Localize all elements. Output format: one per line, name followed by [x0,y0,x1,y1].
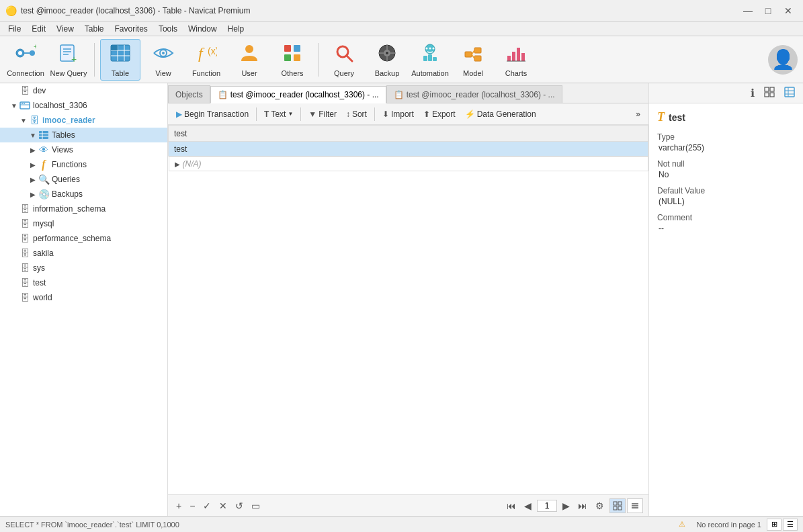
sidebar-item-tables[interactable]: ▼ Tables [0,128,167,142]
filter-button[interactable]: ▼ Filter [304,107,341,121]
sidebar-item-dev[interactable]: 🗄 dev [0,83,167,98]
svg-rect-68 [765,93,769,97]
first-page-button[interactable]: ⏮ [504,499,519,513]
menu-view[interactable]: View [51,23,79,35]
begin-transaction-button[interactable]: ▶ Begin Transaction [172,107,253,121]
sidebar-item-imooc[interactable]: ▼ 🗄 imooc_reader [0,113,167,128]
row-arrow-icon: ▶ [175,161,180,168]
import-label: Import [391,109,414,119]
text-button[interactable]: T Text ▼ [260,107,297,121]
sidebar-item-info-schema[interactable]: 🗄 information_schema [0,202,167,216]
tool-user[interactable]: User [229,39,269,81]
sidebar-item-test[interactable]: 🗄 test [0,275,167,290]
svg-rect-38 [423,56,427,61]
export-button[interactable]: ⬆ Export [419,107,460,121]
sakila-label: sakila [33,249,54,258]
last-page-button[interactable]: ⏭ [575,499,590,513]
sidebar-item-sys[interactable]: 🗄 sys [0,261,167,275]
sidebar-item-functions[interactable]: ▶ f Functions [0,157,167,172]
tab-table-1[interactable]: 📋 test @imooc_reader (localhost_3306) - … [210,86,386,103]
connection-icon: + [15,42,36,67]
tool-automation[interactable]: Automation [410,39,450,81]
table-row-new[interactable]: ▶ (N/A) [169,157,648,172]
svg-rect-60 [618,502,622,505]
table-icon [110,42,131,67]
table-cell-test[interactable]: test [169,142,648,157]
mysql-icon: 🗄 [19,218,31,229]
page-number-input[interactable] [537,500,557,512]
menu-file[interactable]: File [3,23,26,35]
prev-page-button[interactable]: ◀ [521,499,534,513]
page-settings-button[interactable]: ⚙ [593,499,607,513]
sidebar-item-sakila[interactable]: 🗄 sakila [0,246,167,261]
tool-query[interactable]: Query [324,39,364,81]
svg-rect-23 [284,54,291,61]
tool-connection[interactable]: + Connection [5,39,46,81]
import-button[interactable]: ⬇ Import [378,107,418,121]
status-view-btn-2[interactable]: ☰ [783,519,798,531]
sidebar-item-localhost[interactable]: ▼ localhost_3306 [0,98,167,113]
table-header-test[interactable]: test [169,126,648,142]
svg-rect-62 [618,506,622,510]
prop-type-label: Type [657,132,795,142]
sort-button[interactable]: ↕ Sort [342,107,371,121]
status-view-btn-1[interactable]: ⊞ [767,519,781,531]
panel-info-button[interactable]: ℹ [748,85,757,101]
table-nav: + − ✓ ✕ ↺ ▭ ⏮ ◀ ▶ ⏭ ⚙ [168,494,648,516]
maximize-button[interactable]: □ [759,4,777,17]
close-button[interactable]: ✕ [779,4,798,17]
sidebar-item-perf-schema[interactable]: 🗄 performance_schema [0,231,167,246]
sidebar-item-world[interactable]: 🗄 world [0,290,167,305]
form-view-button[interactable] [627,498,643,513]
delete-row-button[interactable]: − [187,499,198,513]
menu-edit[interactable]: Edit [26,23,51,35]
menu-help[interactable]: Help [222,23,250,35]
user-avatar[interactable]: 👤 [768,45,798,75]
status-bar: SELECT * FROM `imooc_reader`.`test` LIMI… [0,516,803,532]
discard-button[interactable]: ✕ [216,499,230,513]
svg-rect-67 [770,87,774,91]
table-row[interactable]: test [169,142,648,157]
more-button[interactable]: » [632,108,644,120]
menu-window[interactable]: Window [183,23,222,35]
warning-icon: ⚠ [679,520,685,529]
tool-backup[interactable]: Backup [367,39,407,81]
prop-notnull-value: No [659,170,795,179]
tab1-icon: 📋 [218,90,228,99]
tool-charts[interactable]: Charts [496,39,536,81]
minimize-button[interactable]: — [738,4,757,17]
panel-table-button[interactable] [781,85,798,101]
add-row-button[interactable]: + [173,499,184,513]
functions-label: Functions [52,160,87,169]
tool-function-label: Function [192,69,220,77]
sidebar-item-views[interactable]: ▶ 👁 Views [0,142,167,157]
sidebar-item-backups[interactable]: ▶ 💿 Backups [0,187,167,202]
clear-filter-button[interactable]: ▭ [249,499,263,513]
refresh-button[interactable]: ↺ [233,499,246,513]
tab-table-2[interactable]: 📋 test @imooc_reader (localhost_3306) - … [386,85,562,103]
mysql-label: mysql [33,219,54,228]
tool-function[interactable]: f (x) Function [186,39,226,81]
tool-model[interactable]: Model [453,39,493,81]
menu-table[interactable]: Table [79,23,110,35]
localhost-toggle: ▼ [9,102,19,109]
tab-objects[interactable]: Objects [168,85,210,103]
content-area: Objects 📋 test @imooc_reader (localhost_… [168,83,648,516]
next-page-button[interactable]: ▶ [560,499,573,513]
tool-others[interactable]: Others [272,39,312,81]
tool-view[interactable]: View [143,39,183,81]
backups-icon: 💿 [38,189,50,200]
menu-tools[interactable]: Tools [153,23,183,35]
sidebar-item-mysql[interactable]: 🗄 mysql [0,216,167,231]
tab2-label: test @imooc_reader (localhost_3306) - ..… [407,90,555,99]
tool-new-query[interactable]: + New Query [48,39,89,81]
svg-text:(x): (x) [208,46,217,56]
save-row-button[interactable]: ✓ [200,499,214,513]
data-generation-button[interactable]: ⚡ Data Generation [461,107,540,121]
tool-table[interactable]: Table [100,39,140,81]
grid-view-button[interactable] [609,498,626,513]
menu-favorites[interactable]: Favorites [110,23,153,35]
sidebar-item-queries[interactable]: ▶ 🔍 Queries [0,172,167,187]
automation-icon [419,42,441,67]
panel-grid-button[interactable] [761,85,777,101]
